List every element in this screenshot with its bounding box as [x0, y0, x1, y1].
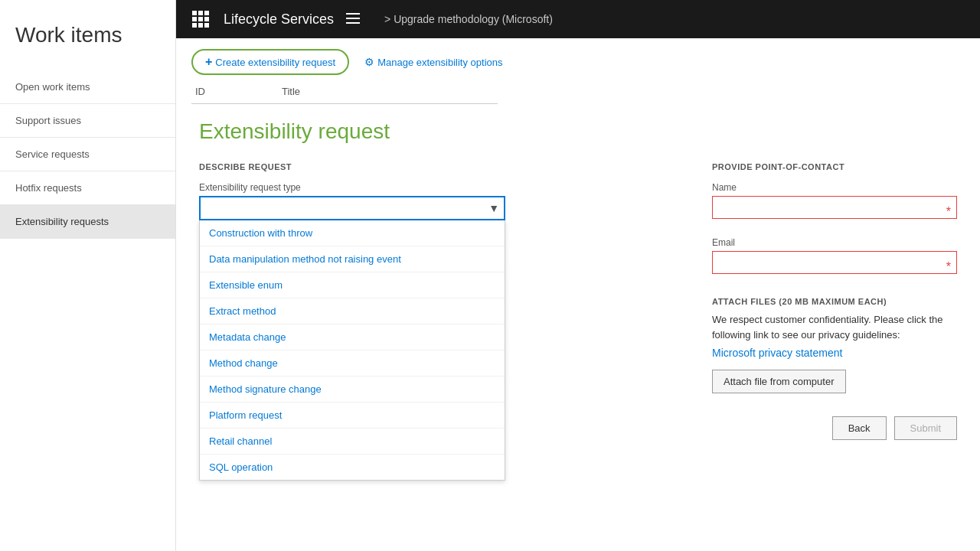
sidebar-item-hotfix-requests[interactable]: Hotfix requests: [0, 171, 175, 205]
content-area: Extensibility request DESCRIBE REQUEST E…: [176, 104, 980, 551]
extensibility-request-title: Extensibility request: [199, 119, 957, 144]
name-label: Name: [712, 182, 957, 193]
sidebar: Work items Open work items Support issue…: [0, 0, 176, 551]
attach-files-label: ATTACH FILES (20 MB MAXIMUM EACH): [712, 297, 957, 306]
email-label: Email: [712, 237, 957, 248]
option-platform-request[interactable]: Platform request: [200, 403, 505, 429]
extensibility-type-input[interactable]: [199, 196, 505, 220]
gear-icon: ⚙: [364, 56, 374, 68]
grid-icon[interactable]: [188, 7, 213, 31]
dropdown-menu: Construction with throw Data manipulatio…: [199, 220, 505, 481]
option-method-change[interactable]: Method change: [200, 350, 505, 377]
extensibility-type-label: Extensibility request type: [199, 182, 666, 193]
option-extensible-enum[interactable]: Extensible enum: [200, 272, 505, 298]
create-extensibility-request-button[interactable]: + Create extensibility request: [191, 49, 349, 75]
sidebar-item-extensibility-requests[interactable]: Extensibility requests: [0, 205, 175, 239]
topbar: Lifecycle Services > Upgrade methodology…: [176, 0, 980, 38]
contact-section: PROVIDE POINT-OF-CONTACT Name * Email *: [712, 162, 957, 440]
describe-section-label: DESCRIBE REQUEST: [199, 162, 666, 171]
col-id: ID: [195, 86, 205, 97]
manage-extensibility-options-button[interactable]: ⚙ Manage extensibility options: [364, 56, 502, 68]
topbar-menu-icon[interactable]: [346, 13, 360, 26]
page-title: Work items: [0, 8, 175, 70]
bottom-actions: Back Submit: [712, 416, 957, 440]
column-headers: ID Title: [191, 83, 498, 104]
extensibility-type-dropdown[interactable]: ▼ Construction with throw Data manipulat…: [199, 196, 505, 220]
email-required-icon: *: [946, 260, 951, 274]
topbar-breadcrumb: > Upgrade methodology (Microsoft): [384, 13, 553, 25]
svg-rect-1: [346, 18, 360, 19]
svg-rect-0: [346, 13, 360, 15]
submit-button[interactable]: Submit: [894, 416, 957, 440]
option-sql-operation[interactable]: SQL operation: [200, 455, 505, 480]
contact-section-label: PROVIDE POINT-OF-CONTACT: [712, 162, 957, 171]
sidebar-item-support-issues[interactable]: Support issues: [0, 104, 175, 138]
svg-rect-2: [346, 22, 360, 24]
email-input[interactable]: [712, 251, 957, 274]
privacy-link[interactable]: Microsoft privacy statement: [712, 347, 842, 359]
plus-icon: +: [205, 55, 212, 69]
name-required-icon: *: [946, 205, 951, 219]
action-bar: + Create extensibility request ⚙ Manage …: [176, 38, 980, 83]
attach-description-part1: We respect customer confidentiality. Ple…: [712, 314, 943, 341]
option-metadata-change[interactable]: Metadata change: [200, 324, 505, 350]
sidebar-item-service-requests[interactable]: Service requests: [0, 138, 175, 171]
option-extract-method[interactable]: Extract method: [200, 298, 505, 324]
attach-file-label: Attach file from computer: [724, 376, 835, 387]
create-button-label: Create extensibility request: [215, 57, 335, 68]
topbar-title: Lifecycle Services: [224, 11, 334, 28]
col-title: Title: [282, 86, 300, 97]
option-retail-channel[interactable]: Retail channel: [200, 429, 505, 455]
option-data-manipulation[interactable]: Data manipulation method not raising eve…: [200, 246, 505, 272]
option-method-signature-change[interactable]: Method signature change: [200, 377, 505, 403]
attach-description-text: We respect customer confidentiality. Ple…: [712, 312, 957, 342]
sidebar-item-open-work-items[interactable]: Open work items: [0, 70, 175, 104]
name-input[interactable]: [712, 196, 957, 219]
option-construction-with-throw[interactable]: Construction with throw: [200, 220, 505, 246]
back-button[interactable]: Back: [832, 416, 887, 440]
manage-button-label: Manage extensibility options: [377, 57, 502, 68]
attach-file-button[interactable]: Attach file from computer: [712, 370, 846, 393]
describe-request-section: DESCRIBE REQUEST Extensibility request t…: [199, 162, 666, 440]
